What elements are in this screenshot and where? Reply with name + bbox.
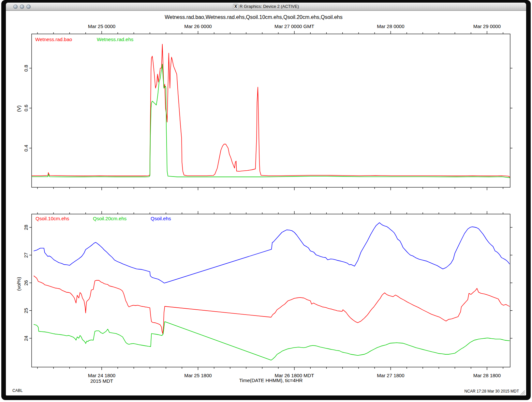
x-tick-label: Mar 27 1800	[377, 373, 404, 378]
x-tick-label: Mar 27 0000 GMT	[274, 23, 314, 29]
y-tick-label: 26	[23, 280, 29, 286]
x-tick-sublabel: 2015 MDT	[88, 378, 115, 384]
x-tick-label: Mar 25 1800	[184, 373, 212, 378]
x-tick-label: Mar 26 0000	[184, 23, 212, 29]
y-tick-label: 24	[23, 335, 29, 341]
y-tick-label: 0.4	[23, 145, 29, 151]
y-tick-label: 28	[23, 224, 29, 230]
x-tick-label: Mar 26 1800 MDT	[275, 373, 314, 378]
x-tick-label: Mar 24 18002015 MDT	[88, 373, 115, 384]
x-tick-label: Mar 28 1800	[473, 373, 501, 378]
x-tick-label: Mar 25 0000	[88, 23, 115, 29]
y-tick-label: 25	[23, 308, 29, 313]
r-graphics-window: XR Graphics: Device 2 (ACTIVE) Wetness.r…	[6, 3, 526, 395]
x-tick-label: Mar 28 0000	[377, 23, 404, 29]
y-tick-label: 27	[23, 252, 29, 258]
plot-canvas	[6, 3, 526, 395]
x-tick-label: Mar 29 0000	[473, 23, 501, 29]
y-tick-label: 0.8	[23, 65, 29, 71]
screenshot-root: XR Graphics: Device 2 (ACTIVE) Wetness.r…	[0, 0, 532, 402]
y-tick-label: 0.6	[23, 105, 29, 112]
